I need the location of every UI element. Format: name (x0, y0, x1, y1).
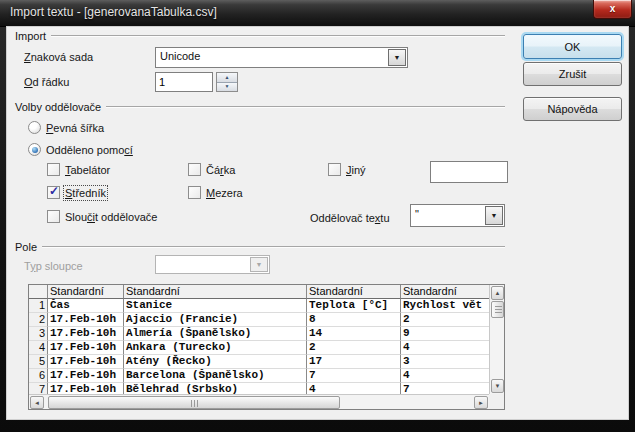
titlebar[interactable]: Import textu - [generovanaTabulka.csv] x (0, 0, 635, 27)
radio-dot (32, 147, 38, 153)
fields-group-header: Pole (15, 240, 505, 253)
fixed-width-label[interactable]: Pevná šířka (46, 122, 104, 134)
separated-by-radio[interactable] (28, 143, 41, 156)
text-delimiter-value: " (415, 208, 419, 220)
table-row: 3 17.Feb-10h Almería (Španělsko) 14 9 (29, 327, 489, 341)
group-divider (51, 35, 505, 37)
table-row: 1 Čas Stanice Teplota [°C] Rychlost vět (29, 299, 489, 313)
cell: 4 (307, 383, 401, 394)
close-icon: x (610, 4, 616, 14)
spin-up-icon[interactable]: ▲ (217, 73, 237, 83)
chevron-down-icon: ▼ (491, 212, 498, 219)
scrollbar-corner (489, 394, 504, 409)
cell: 17.Feb-10h (48, 341, 124, 355)
charset-value: Unicode (160, 50, 200, 62)
column-header[interactable]: Standardní (124, 285, 307, 299)
comma-checkbox-label[interactable]: Čárka (206, 164, 235, 176)
scroll-down-icon: ▼ (495, 383, 501, 389)
cell: Ajaccio (Francie) (124, 313, 307, 327)
cell: 14 (307, 327, 401, 341)
space-checkbox-label[interactable]: Mezera (206, 187, 243, 199)
separator-group-label: Volby oddělovače (15, 101, 101, 113)
cell: Atény (Řecko) (124, 355, 307, 369)
charset-combobox[interactable]: Unicode ▼ (155, 47, 408, 68)
row-number: 1 (29, 299, 48, 313)
horizontal-scrollbar[interactable]: ◄ ► (29, 394, 489, 409)
fields-group-label: Pole (15, 241, 37, 253)
text-delimiter-label: Oddělovač textu (310, 212, 390, 224)
chevron-down-icon: ▼ (394, 54, 401, 61)
spin-down-icon[interactable]: ▼ (217, 83, 237, 92)
cell: 4 (401, 369, 489, 383)
other-checkbox[interactable] (328, 163, 341, 176)
tab-checkbox[interactable] (47, 163, 60, 176)
table-row: 2 17.Feb-10h Ajaccio (Francie) 8 2 (29, 313, 489, 327)
scroll-down-button[interactable]: ▼ (491, 379, 504, 393)
thumb-grip-icon (495, 306, 502, 313)
cell: Almería (Španělsko) (124, 327, 307, 341)
from-row-input[interactable] (155, 72, 213, 92)
charset-label: Znaková sada (24, 51, 93, 63)
preview-grid: Standardní Standardní Standardní Standar… (29, 285, 489, 394)
space-checkbox[interactable] (188, 186, 201, 199)
cell: 4 (401, 341, 489, 355)
text-delimiter-dropdown-button[interactable]: ▼ (485, 206, 503, 225)
other-checkbox-label[interactable]: Jiný (346, 164, 366, 176)
cell: Rychlost vět (401, 299, 489, 313)
cancel-button[interactable]: Zrušit (523, 62, 622, 86)
scroll-right-button[interactable]: ► (474, 396, 488, 409)
import-text-dialog: Import textu - [generovanaTabulka.csv] x… (0, 0, 635, 432)
merge-delimiters-checkbox[interactable] (47, 210, 60, 223)
row-number: 7 (29, 383, 48, 394)
cell: 2 (307, 341, 401, 355)
table-row: 6 17.Feb-10h Barcelona (Španělsko) 7 4 (29, 369, 489, 383)
charset-dropdown-button[interactable]: ▼ (388, 49, 406, 66)
vertical-scrollbar[interactable]: ▲ ▼ (489, 285, 504, 394)
other-separator-input[interactable] (430, 161, 508, 183)
cell: 7 (307, 369, 401, 383)
column-header[interactable]: Standardní (307, 285, 401, 299)
vertical-scroll-thumb[interactable] (491, 301, 504, 318)
ok-button[interactable]: OK (523, 34, 622, 59)
merge-delimiters-label[interactable]: Sloučit oddělovače (65, 211, 157, 223)
group-divider (106, 106, 505, 108)
close-button[interactable]: x (593, 0, 632, 19)
separated-by-label[interactable]: Odděleno pomocí (46, 144, 133, 156)
row-number: 3 (29, 327, 48, 341)
corner-header-cell (29, 285, 48, 299)
thumb-grip-icon (191, 400, 199, 407)
cell: Stanice (124, 299, 307, 313)
table-row: 5 17.Feb-10h Atény (Řecko) 17 3 (29, 355, 489, 369)
group-divider (42, 246, 505, 248)
scroll-up-button[interactable]: ▲ (491, 286, 504, 300)
row-number: 6 (29, 369, 48, 383)
fixed-width-radio[interactable] (28, 121, 41, 134)
scroll-left-icon: ◄ (34, 400, 40, 406)
column-header[interactable]: Standardní (48, 285, 124, 299)
from-row-label: Od řádku (24, 76, 69, 88)
row-number: 2 (29, 313, 48, 327)
help-button[interactable]: Nápověda (523, 97, 622, 121)
import-group-label: Import (15, 30, 46, 42)
text-delimiter-combobox[interactable]: " ▼ (410, 204, 505, 227)
cell: 7 (401, 383, 489, 394)
cell: Bělehrad (Srbsko) (124, 383, 307, 394)
cell: 17.Feb-10h (48, 355, 124, 369)
scroll-left-button[interactable]: ◄ (30, 396, 44, 409)
tab-checkbox-label[interactable]: Tabelátor (65, 164, 110, 176)
cell: 3 (401, 355, 489, 369)
cell: Ankara (Turecko) (124, 341, 307, 355)
semicolon-checkbox[interactable]: ✓ (47, 186, 60, 199)
row-number: 5 (29, 355, 48, 369)
cell: 9 (401, 327, 489, 341)
separator-group-header: Volby oddělovače (15, 100, 505, 113)
column-header[interactable]: Standardní (401, 285, 489, 299)
cell: Čas (48, 299, 124, 313)
cell: 8 (307, 313, 401, 327)
window-title: Import textu - [generovanaTabulka.csv] (10, 5, 217, 19)
column-type-dropdown-button: ▼ (250, 257, 268, 272)
horizontal-scroll-thumb[interactable] (48, 396, 340, 409)
comma-checkbox[interactable] (188, 163, 201, 176)
semicolon-checkbox-label[interactable]: Středník (65, 187, 106, 199)
from-row-stepper[interactable]: ▲ ▼ (216, 72, 238, 92)
